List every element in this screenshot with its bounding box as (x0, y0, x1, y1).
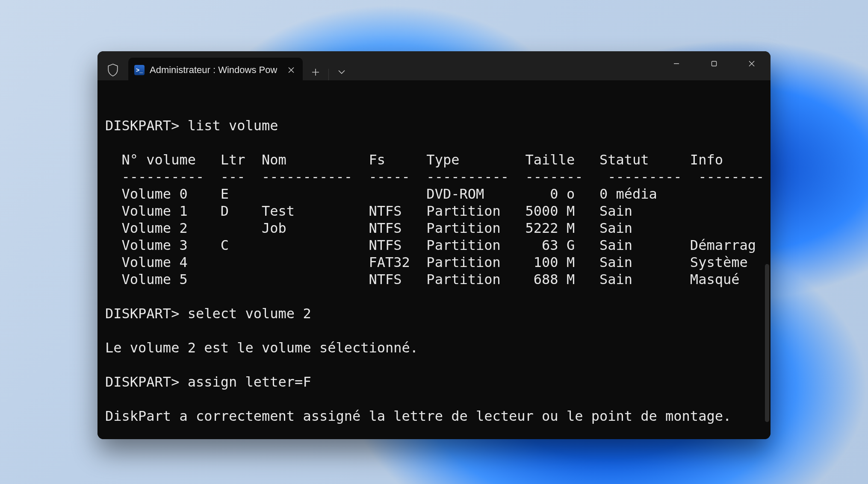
terminal-line: Le volume 2 est le volume sélectionné. (105, 339, 763, 356)
maximize-button[interactable] (695, 51, 733, 76)
terminal-line: Volume 1 D Test NTFS Partition 5000 M Sa… (105, 202, 763, 220)
terminal-line (105, 356, 763, 373)
tab-close-button[interactable] (286, 65, 297, 76)
terminal-line: Volume 3 C NTFS Partition 63 G Sain Déma… (105, 237, 763, 254)
terminal-window: >_ Administrateur : Windows Pow (97, 51, 771, 439)
terminal-line (105, 390, 763, 408)
terminal-line: DISKPART> select volume 2 (105, 305, 763, 322)
terminal-body[interactable]: DISKPART> list volume N° volume Ltr Nom … (97, 80, 771, 439)
terminal-line: N° volume Ltr Nom Fs Type Taille Statut … (105, 151, 763, 168)
terminal-line (105, 425, 763, 439)
terminal-line (105, 134, 763, 151)
titlebar[interactable]: >_ Administrateur : Windows Pow (97, 51, 771, 80)
terminal-line (105, 288, 763, 305)
terminal-line: Volume 0 E DVD-ROM 0 o 0 média (105, 185, 763, 202)
svg-rect-0 (712, 62, 717, 66)
terminal-line: DISKPART> list volume (105, 117, 763, 134)
scrollbar[interactable] (765, 264, 769, 422)
terminal-line: Volume 5 NTFS Partition 688 M Sain Masqu… (105, 271, 763, 288)
tab-title: Administrateur : Windows Pow (150, 65, 277, 76)
window-close-button[interactable] (733, 51, 771, 76)
terminal-line: Volume 4 FAT32 Partition 100 M Sain Syst… (105, 254, 763, 271)
terminal-line: DISKPART> assign letter=F (105, 373, 763, 390)
terminal-line: Volume 2 Job NTFS Partition 5222 M Sain (105, 220, 763, 237)
window-controls (658, 51, 771, 76)
shield-icon (97, 58, 128, 82)
active-tab[interactable]: >_ Administrateur : Windows Pow (128, 58, 303, 82)
terminal-line: DiskPart a correctement assigné la lettr… (105, 408, 763, 425)
powershell-icon: >_ (134, 65, 145, 75)
terminal-line (105, 322, 763, 339)
terminal-line: ---------- --- ----------- ----- -------… (105, 168, 763, 185)
desktop-wallpaper: >_ Administrateur : Windows Pow (0, 0, 868, 484)
minimize-button[interactable] (658, 51, 695, 76)
